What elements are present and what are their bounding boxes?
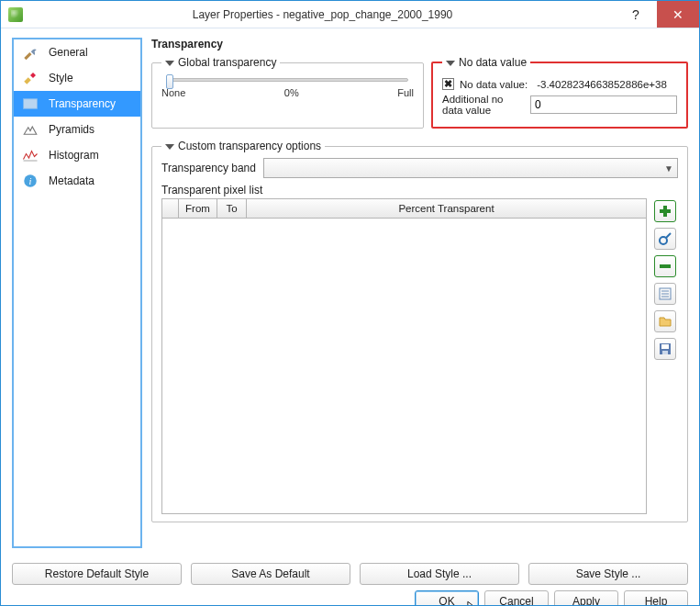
sidebar-item-transparency[interactable]: Transparency: [14, 91, 140, 117]
sidebar-item-pyramids[interactable]: Pyramids: [14, 117, 140, 142]
window-title: Layer Properties - negative_pop_change_2…: [30, 8, 615, 21]
import-file-button[interactable]: [654, 310, 676, 332]
help-button[interactable]: ?: [615, 1, 657, 28]
plus-icon: [658, 204, 672, 219]
list-icon: [658, 286, 672, 301]
sidebar-item-label: Transparency: [49, 97, 116, 110]
nodata-value: -3.4028234663852886e+38: [537, 79, 667, 90]
svg-text:i: i: [29, 176, 32, 186]
remove-row-button[interactable]: [654, 255, 676, 277]
sidebar-item-label: Style: [49, 72, 73, 84]
main-panel: Transparency Global transparency None 0%…: [151, 38, 688, 548]
close-button[interactable]: ✕: [657, 1, 699, 28]
app-icon: [8, 7, 23, 22]
nodata-legend: No data value: [442, 56, 530, 69]
brush-icon: [19, 69, 41, 87]
slider-percent-label: 0%: [284, 87, 299, 98]
pick-from-screen-button[interactable]: [654, 228, 676, 250]
dropper-icon: [658, 231, 672, 246]
custom-transparency-group: Custom transparency options Transparency…: [151, 140, 688, 522]
sidebar-item-histogram[interactable]: Histogram: [14, 142, 140, 168]
pixel-table-body[interactable]: [161, 219, 647, 514]
sidebar-item-label: Metadata: [49, 174, 94, 187]
custom-legend: Custom transparency options: [161, 140, 325, 152]
transparency-icon: [19, 95, 41, 113]
default-values-button[interactable]: [654, 283, 676, 305]
dialog-body: General Style Transparency Pyramids Hist…: [1, 28, 699, 554]
titlebar: Layer Properties - negative_pop_change_2…: [1, 1, 699, 28]
slider-none-label: None: [161, 87, 185, 98]
sidebar-item-label: General: [49, 46, 88, 59]
slider-full-label: Full: [397, 87, 414, 98]
dialog-buttons-row: OK Cancel Apply Help: [1, 590, 699, 606]
global-transparency-slider[interactable]: [161, 78, 414, 82]
additional-nodata-label: Additional no data value: [442, 94, 525, 116]
sidebar-item-general[interactable]: General: [14, 39, 140, 65]
folder-icon: [658, 314, 672, 329]
style-buttons-row: Restore Default Style Save As Default Lo…: [1, 563, 699, 585]
pixel-table-tools: [654, 198, 678, 514]
add-row-button[interactable]: [654, 200, 676, 222]
minus-icon: [658, 259, 672, 274]
additional-nodata-input[interactable]: [530, 95, 677, 114]
sidebar-item-style[interactable]: Style: [14, 65, 140, 91]
svg-rect-1: [24, 99, 38, 109]
wrench-icon: [19, 43, 41, 62]
save-as-default-button[interactable]: Save As Default: [191, 563, 350, 585]
histogram-icon: [19, 146, 41, 164]
table-corner: [162, 199, 179, 218]
info-icon: i: [19, 172, 41, 190]
sidebar-item-label: Pyramids: [49, 123, 94, 136]
svg-point-6: [660, 237, 667, 244]
col-percent-transparent[interactable]: Percent Transparent: [247, 199, 646, 218]
nodata-checkbox[interactable]: ✖: [442, 78, 454, 90]
svg-rect-11: [662, 351, 668, 354]
pixel-table-header: From To Percent Transparent: [161, 198, 647, 219]
global-transparency-group: Global transparency None 0% Full: [151, 56, 424, 129]
save-icon: [658, 342, 672, 356]
chevron-down-icon: ▼: [664, 163, 673, 174]
col-to[interactable]: To: [217, 199, 247, 218]
nodata-label: No data value:: [460, 79, 528, 90]
transparency-band-label: Transparency band: [161, 162, 256, 174]
svg-rect-5: [660, 209, 671, 213]
pyramids-icon: [19, 120, 41, 139]
sidebar-item-metadata[interactable]: i Metadata: [14, 168, 140, 194]
transparent-pixel-list-label: Transparent pixel list: [161, 184, 678, 196]
window-controls: ? ✕: [615, 1, 699, 28]
col-from[interactable]: From: [179, 199, 217, 218]
load-style-button[interactable]: Load Style ...: [360, 563, 519, 585]
apply-button[interactable]: Apply: [554, 590, 618, 606]
mouse-cursor-icon: [467, 600, 480, 606]
export-file-button[interactable]: [654, 338, 676, 360]
no-data-group: No data value ✖ No data value: -3.402823…: [431, 56, 688, 129]
svg-rect-10: [661, 344, 669, 349]
help-button-bottom[interactable]: Help: [624, 590, 688, 606]
section-title: Transparency: [151, 38, 688, 50]
cancel-button[interactable]: Cancel: [484, 590, 549, 606]
svg-rect-7: [660, 264, 671, 268]
ok-button[interactable]: OK: [415, 590, 479, 606]
sidebar-item-label: Histogram: [49, 149, 99, 162]
restore-default-style-button[interactable]: Restore Default Style: [12, 563, 182, 585]
global-legend: Global transparency: [161, 56, 280, 69]
transparency-band-combo[interactable]: ▼: [263, 158, 678, 178]
sidebar: General Style Transparency Pyramids Hist…: [12, 38, 142, 548]
save-style-button[interactable]: Save Style ...: [528, 563, 688, 585]
